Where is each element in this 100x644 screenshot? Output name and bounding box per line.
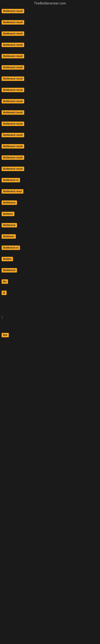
list-item[interactable]: Bottleneck result — [1, 98, 99, 105]
site-header: TheBottlenecker.com — [0, 0, 100, 7]
list-item[interactable] — [1, 350, 99, 352]
list-item[interactable]: Bottleneck result — [1, 30, 99, 37]
list-item[interactable] — [1, 356, 99, 359]
list-item[interactable]: Bottleneck — [1, 222, 99, 228]
bottleneck-badge: Bottleneck result — [1, 20, 24, 24]
list-item[interactable] — [1, 325, 99, 327]
bottleneck-badge: B — [1, 290, 7, 295]
list-item[interactable]: Bottleneck result — [1, 42, 99, 48]
list-item[interactable]: Bottleneck result — [1, 109, 99, 116]
bottleneck-badge: Bottleneck re — [1, 178, 20, 182]
bottleneck-badge: Bottleneck result — [1, 76, 24, 81]
bottleneck-badge: Bottleneck result — [1, 167, 24, 171]
list-item[interactable]: Bottlene — [1, 210, 99, 217]
list-item[interactable]: Bottleneck result — [1, 86, 99, 94]
bottleneck-badge: Bot — [1, 333, 9, 337]
list-item[interactable]: Bot — [1, 332, 99, 338]
bottleneck-badge: Bottleneck result — [1, 122, 24, 126]
list-item[interactable] — [1, 370, 99, 373]
site-title: TheBottlenecker.com — [0, 0, 100, 7]
list-item[interactable]: Bottleneck result — [1, 75, 99, 82]
list-item[interactable]: Bottleneck result — [1, 8, 99, 14]
list-item[interactable]: Bottlenec — [1, 233, 99, 240]
list-item[interactable]: Bottleneck — [1, 267, 99, 274]
bottleneck-badge: Bottleneck result — [1, 144, 24, 148]
bottleneck-list: Bottleneck resultBottleneck resultBottle… — [0, 7, 100, 378]
list-item[interactable]: Bottleneck re — [1, 177, 99, 184]
bottleneck-badge: Bottleneck result — [1, 32, 24, 36]
list-item[interactable]: Bottleneck resul — [1, 188, 99, 195]
list-item[interactable]: | — [1, 314, 99, 320]
list-item[interactable]: Bo — [1, 278, 99, 285]
bottleneck-badge: Bottleneck — [1, 268, 17, 272]
cursor-mark: | — [1, 316, 2, 319]
list-item[interactable]: Bottleneck re — [1, 244, 99, 251]
list-item[interactable]: Bottleneck result — [1, 19, 99, 26]
list-item[interactable]: Bottleneck result — [1, 143, 99, 150]
bottleneck-badge: Bottleneck result — [1, 88, 24, 92]
bottleneck-badge: Bottlenec — [1, 234, 16, 239]
bottleneck-badge: Bottleneck resul — [1, 189, 23, 194]
bottleneck-badge: Bottlen — [1, 257, 13, 261]
bottleneck-badge: Bottleneck re — [1, 246, 20, 250]
list-item[interactable] — [1, 308, 99, 310]
bottleneck-badge: Bottleneck result — [1, 110, 24, 115]
bottleneck-badge: Bottleneck result — [1, 99, 24, 104]
list-item[interactable]: Bottleneck — [1, 199, 99, 206]
list-item[interactable]: Bottleneck result — [1, 166, 99, 172]
list-item[interactable] — [1, 343, 99, 345]
bottleneck-badge: Bottleneck — [1, 200, 17, 205]
list-item[interactable]: Bottlen — [1, 256, 99, 262]
bottleneck-badge: Bottlene — [1, 212, 14, 216]
list-item[interactable]: Bottleneck result — [1, 53, 99, 60]
list-item[interactable]: B — [1, 290, 99, 296]
list-item[interactable]: Bottleneck result — [1, 64, 99, 71]
bottleneck-badge: Bottleneck — [1, 223, 17, 228]
bottleneck-badge: Bo — [1, 279, 8, 284]
list-item[interactable]: Bottleneck result — [1, 132, 99, 138]
bottleneck-badge: Bottleneck result — [1, 155, 24, 160]
bottleneck-badge: Bottleneck result — [1, 65, 24, 70]
list-item[interactable]: Bottleneck result — [1, 154, 99, 161]
bottleneck-badge: Bottleneck result — [1, 43, 24, 47]
list-item[interactable]: Bottleneck result — [1, 120, 99, 127]
list-item[interactable] — [1, 364, 99, 366]
bottleneck-badge: Bottleneck result — [1, 9, 24, 13]
bottleneck-badge: Bottleneck result — [1, 54, 24, 58]
list-item[interactable] — [1, 301, 99, 303]
bottleneck-badge: Bottleneck result — [1, 133, 24, 137]
